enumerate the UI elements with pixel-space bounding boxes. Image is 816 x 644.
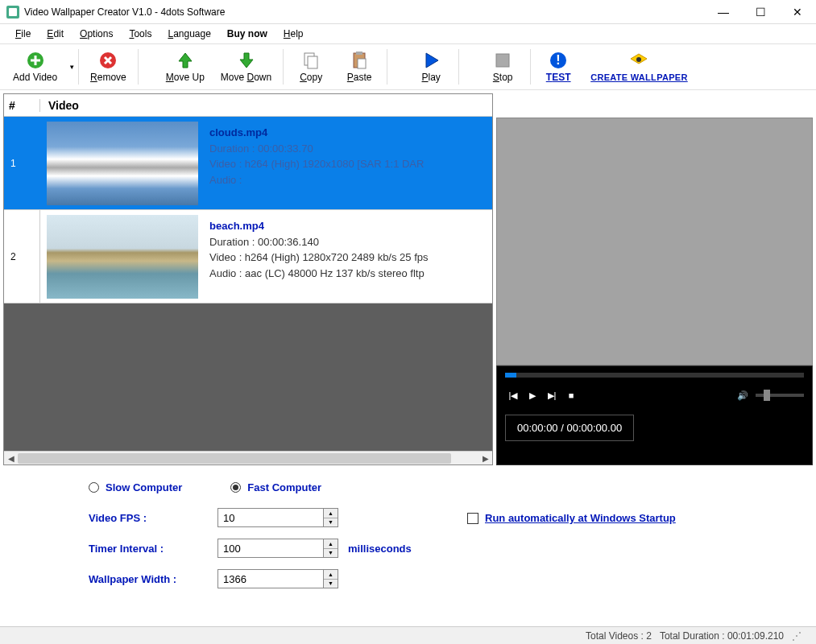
checkbox-icon <box>467 513 478 524</box>
menu-help[interactable]: Help <box>276 26 311 42</box>
stop-icon <box>493 51 512 70</box>
video-audio: Audio : aac (LC) 48000 Hz 137 kb/s stere… <box>209 266 487 282</box>
info-icon: ! <box>549 51 568 70</box>
video-duration: Duration : 00:00:36.140 <box>209 234 487 250</box>
horizontal-scrollbar[interactable]: ◀ ▶ <box>4 451 492 464</box>
video-thumbnail <box>47 122 198 205</box>
player-play-button[interactable]: ▶ <box>524 387 541 403</box>
slow-computer-radio[interactable]: Slow Computer <box>89 481 182 493</box>
remove-icon <box>98 51 118 70</box>
preview-area <box>496 118 813 365</box>
svg-rect-8 <box>358 59 366 68</box>
add-video-button[interactable]: Add Video <box>5 45 65 89</box>
minimize-button[interactable]: — <box>705 0 742 24</box>
copy-icon <box>301 51 321 70</box>
timer-unit: milliseconds <box>348 543 412 555</box>
list-row[interactable]: 1 clouds.mp4 Duration : 00:00:33.70 Vide… <box>4 117 492 210</box>
svg-point-12 <box>636 57 641 62</box>
volume-icon[interactable]: 🔊 <box>735 387 751 403</box>
svg-rect-5 <box>308 56 317 68</box>
menu-edit[interactable]: Edit <box>39 26 71 42</box>
titlebar: Video Wallpaper Creator V1.0 - 4dots Sof… <box>0 0 816 24</box>
down-arrow-icon <box>237 51 256 70</box>
column-number[interactable]: # <box>4 99 40 112</box>
menu-buy-now[interactable]: Buy now <box>220 26 275 42</box>
move-down-button[interactable]: Move Down <box>213 45 280 89</box>
status-bar: Total Videos : 2 Total Duration : 00:01:… <box>0 626 816 644</box>
create-wallpaper-button[interactable]: CREATE WALLPAPER <box>582 45 696 89</box>
row-number: 1 <box>4 117 40 209</box>
video-filename: beach.mp4 <box>209 218 487 234</box>
timer-label: Timer Interval : <box>89 543 217 555</box>
spin-up[interactable]: ▲ <box>324 570 338 580</box>
video-filename: clouds.mp4 <box>209 125 487 141</box>
video-player: |◀ ▶ ▶| ■ 🔊 00:00:00 / 00:00:00.00 <box>496 365 813 465</box>
list-header: # Video <box>4 94 492 117</box>
width-input[interactable]: 1366 ▲▼ <box>217 569 338 588</box>
progress-bar[interactable] <box>505 373 804 378</box>
move-up-button[interactable]: Move Up <box>158 45 213 89</box>
play-button[interactable]: Play <box>407 45 455 89</box>
volume-slider[interactable] <box>756 394 804 397</box>
video-list-panel: # Video 1 clouds.mp4 Duration : 00:00:33… <box>3 93 493 465</box>
scroll-right-arrow[interactable]: ▶ <box>478 452 492 465</box>
status-total-duration: Total Duration : 00:01:09.210 <box>660 630 784 642</box>
fps-label: Video FPS : <box>89 512 217 524</box>
remove-button[interactable]: Remove <box>82 45 135 89</box>
user-icon <box>629 52 648 71</box>
close-button[interactable]: ✕ <box>779 0 816 24</box>
up-arrow-icon <box>176 51 195 70</box>
resize-grip-icon[interactable]: ⋰ <box>792 630 802 642</box>
add-icon <box>26 51 45 70</box>
app-icon <box>6 6 19 19</box>
maximize-button[interactable]: ☐ <box>742 0 779 24</box>
scroll-left-arrow[interactable]: ◀ <box>4 452 18 465</box>
radio-icon <box>230 482 241 493</box>
fast-computer-radio[interactable]: Fast Computer <box>230 481 321 493</box>
scroll-thumb[interactable] <box>18 453 451 464</box>
spin-down[interactable]: ▼ <box>324 518 338 527</box>
list-body: 1 clouds.mp4 Duration : 00:00:33.70 Vide… <box>4 117 492 451</box>
video-thumbnail <box>47 215 198 299</box>
paste-icon <box>350 51 369 70</box>
video-duration: Duration : 00:00:33.70 <box>209 141 487 157</box>
play-icon <box>421 51 441 70</box>
svg-rect-9 <box>496 54 509 67</box>
menu-options[interactable]: Options <box>72 26 120 42</box>
player-next-button[interactable]: ▶| <box>544 387 560 403</box>
video-audio: Audio : <box>209 172 487 188</box>
svg-text:!: ! <box>557 53 561 67</box>
spin-up[interactable]: ▲ <box>324 539 338 549</box>
stop-button[interactable]: Stop <box>478 45 527 89</box>
player-stop-button[interactable]: ■ <box>563 387 579 403</box>
menubar: File Edit Options Tools Language Buy now… <box>0 24 816 43</box>
fps-input[interactable]: 10 ▲▼ <box>217 508 338 527</box>
window-title: Video Wallpaper Creator V1.0 - 4dots Sof… <box>24 6 705 18</box>
spin-up[interactable]: ▲ <box>324 509 338 518</box>
svg-rect-1 <box>9 8 17 16</box>
autorun-checkbox[interactable]: Run automatically at Windows Startup <box>467 512 768 524</box>
test-button[interactable]: ! TEST <box>534 45 582 89</box>
status-total-videos: Total Videos : 2 <box>586 630 652 642</box>
svg-rect-7 <box>356 52 362 55</box>
radio-icon <box>89 482 99 493</box>
video-codec: Video : h264 (High) 1920x1080 [SAR 1:1 D… <box>209 156 487 172</box>
width-label: Wallpaper Width : <box>89 573 217 585</box>
spin-down[interactable]: ▼ <box>324 549 338 558</box>
toolbar: Add Video ▼ Remove Move Up Move Down Cop… <box>0 43 816 90</box>
video-codec: Video : h264 (High) 1280x720 2489 kb/s 2… <box>209 250 487 266</box>
player-time: 00:00:00 / 00:00:00.00 <box>505 415 634 441</box>
menu-file[interactable]: File <box>8 26 38 42</box>
copy-button[interactable]: Copy <box>287 45 335 89</box>
spin-down[interactable]: ▼ <box>324 580 338 588</box>
column-video[interactable]: Video <box>40 99 492 112</box>
add-video-dropdown[interactable]: ▼ <box>68 64 75 71</box>
row-number: 2 <box>4 210 40 303</box>
player-prev-button[interactable]: |◀ <box>505 387 521 403</box>
paste-button[interactable]: Paste <box>335 45 383 89</box>
timer-input[interactable]: 100 ▲▼ <box>217 539 338 558</box>
menu-tools[interactable]: Tools <box>122 26 159 42</box>
list-row[interactable]: 2 beach.mp4 Duration : 00:00:36.140 Vide… <box>4 210 492 303</box>
menu-language[interactable]: Language <box>160 26 217 42</box>
